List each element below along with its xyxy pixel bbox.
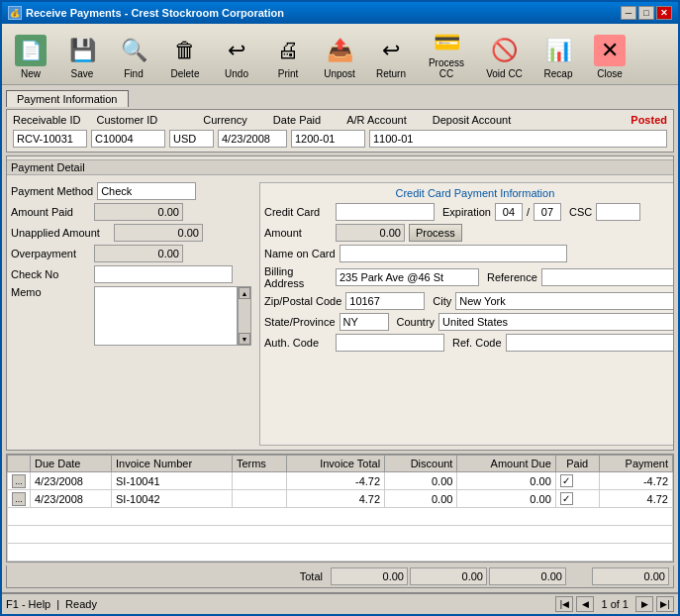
- payment-method-label: Payment Method: [11, 185, 93, 197]
- recap-label: Recap: [544, 68, 573, 79]
- reference-input[interactable]: [541, 268, 673, 286]
- void-cc-button[interactable]: 🚫 Void CC: [477, 27, 532, 82]
- city-label: City: [433, 295, 451, 307]
- row2-due-date: 4/23/2008: [31, 490, 112, 508]
- billing-address-row: Billing Address Reference: [264, 265, 673, 289]
- ar-account-input[interactable]: [291, 130, 365, 148]
- deposit-account-input[interactable]: [369, 130, 667, 148]
- check-no-input[interactable]: [94, 265, 233, 283]
- csc-label: CSC: [569, 206, 592, 218]
- reference-label: Reference: [487, 271, 537, 283]
- ref-code-input[interactable]: [506, 334, 673, 352]
- expiration-separator: /: [527, 206, 530, 218]
- scroll-down-arrow[interactable]: ▼: [239, 333, 250, 345]
- close-button[interactable]: ✕ Close: [585, 27, 634, 82]
- row2-invoice-number: SI-10042: [112, 490, 233, 508]
- row2-discount: 0.00: [385, 490, 457, 508]
- return-button[interactable]: ↩ Return: [366, 27, 416, 82]
- panel-header-row: Receivable ID Customer ID Currency Date …: [13, 114, 667, 126]
- window-close-button[interactable]: ✕: [656, 6, 672, 20]
- overpayment-input[interactable]: [94, 245, 183, 262]
- memo-scrollbar[interactable]: ▲ ▼: [238, 286, 251, 346]
- title-bar-left: 💰 Receive Payments - Crest Stockroom Cor…: [8, 6, 284, 20]
- header-fields: Receivable ID Customer ID Currency Date …: [13, 114, 511, 126]
- zip-input[interactable]: [345, 292, 425, 310]
- separator: |: [56, 598, 59, 610]
- save-button[interactable]: 💾 Save: [57, 27, 107, 82]
- col-terms: Terms: [232, 456, 286, 472]
- date-paid-group: Date Paid: [273, 114, 321, 126]
- currency-input[interactable]: [169, 130, 214, 148]
- expand-btn-1[interactable]: ...: [12, 474, 26, 488]
- deposit-account-label: Deposit Account: [433, 114, 512, 126]
- country-input[interactable]: [438, 313, 673, 331]
- memo-input[interactable]: [94, 286, 238, 346]
- find-icon: 🔍: [118, 35, 149, 66]
- currency-label: Currency: [203, 114, 247, 126]
- find-button[interactable]: 🔍 Find: [109, 27, 158, 82]
- unpost-button[interactable]: 📤 Unpost: [315, 27, 364, 82]
- date-paid-label: Date Paid: [273, 114, 321, 126]
- customer-id-input[interactable]: [91, 130, 165, 148]
- unapplied-input[interactable]: [114, 224, 203, 242]
- auth-code-input[interactable]: [336, 334, 444, 352]
- save-icon: 💾: [66, 35, 98, 66]
- overpayment-row: Overpayment: [11, 245, 253, 262]
- nav-first-button[interactable]: |◀: [555, 596, 573, 612]
- minimize-button[interactable]: ─: [621, 6, 636, 20]
- main-window: 💰 Receive Payments - Crest Stockroom Cor…: [0, 0, 680, 616]
- undo-label: Undo: [225, 68, 248, 79]
- row2-terms: [232, 490, 286, 508]
- col-invoice-total: Invoice Total: [287, 456, 385, 472]
- currency-group: Currency: [203, 114, 247, 126]
- toolbar: 📄 New 💾 Save 🔍 Find 🗑 Delete ↩ Undo 🖨 Pr…: [2, 24, 678, 85]
- row2-payment: 4.72: [599, 490, 672, 508]
- billing-address-input[interactable]: [336, 268, 479, 286]
- payment-method-input[interactable]: [97, 182, 196, 200]
- delete-button[interactable]: 🗑 Delete: [160, 27, 210, 82]
- expiration-month-input[interactable]: [495, 203, 523, 221]
- csc-input[interactable]: [596, 203, 640, 221]
- receivable-id-group: Receivable ID: [13, 114, 80, 126]
- payment-method-row: Payment Method: [11, 182, 253, 200]
- row1-paid-checkbox[interactable]: ✓: [560, 474, 573, 487]
- nav-last-button[interactable]: ▶|: [656, 596, 674, 612]
- cc-number-row: Credit Card Expiration / CSC: [264, 203, 673, 221]
- receivable-id-input[interactable]: [13, 130, 87, 148]
- nav-next-button[interactable]: ▶: [635, 596, 653, 612]
- expiration-year-input[interactable]: [534, 203, 561, 221]
- payment-detail-title: Payment Detail: [7, 159, 673, 175]
- row2-paid-checkbox[interactable]: ✓: [560, 492, 573, 505]
- state-input[interactable]: [340, 313, 389, 331]
- unpost-label: Unpost: [324, 68, 355, 79]
- nav-prev-button[interactable]: ◀: [576, 596, 594, 612]
- name-on-card-input[interactable]: [340, 245, 567, 262]
- auth-code-label: Auth. Code: [264, 337, 332, 349]
- zip-label: Zip/Postal Code: [264, 295, 341, 307]
- billing-address-label: Billing Address: [264, 265, 332, 289]
- new-button[interactable]: 📄 New: [6, 27, 55, 82]
- tab-payment-info[interactable]: Payment Information: [6, 90, 129, 107]
- date-paid-input[interactable]: [218, 130, 287, 148]
- process-button[interactable]: Process: [409, 224, 462, 242]
- row2-expand: ...: [8, 490, 31, 508]
- print-button[interactable]: 🖨 Print: [263, 27, 313, 82]
- invoice-table-container: Due Date Invoice Number Terms Invoice To…: [6, 454, 674, 563]
- check-no-label: Check No: [11, 268, 90, 280]
- status-text: Ready: [65, 598, 97, 610]
- expand-btn-2[interactable]: ...: [12, 492, 26, 506]
- cc-amount-input[interactable]: [336, 224, 405, 242]
- row1-due-date: 4/23/2008: [31, 472, 112, 490]
- scroll-up-arrow[interactable]: ▲: [239, 287, 250, 299]
- posted-badge: Posted: [631, 114, 667, 126]
- amount-paid-input[interactable]: [94, 203, 183, 221]
- process-cc-button[interactable]: 💳 Process CC: [418, 27, 475, 82]
- maximize-button[interactable]: □: [638, 6, 654, 20]
- undo-button[interactable]: ↩ Undo: [212, 27, 261, 82]
- row1-discount: 0.00: [385, 472, 457, 490]
- table-row: ... 4/23/2008 SI-10041 -4.72 0.00 0.00 ✓…: [8, 472, 673, 490]
- cc-input[interactable]: [336, 203, 435, 221]
- city-input[interactable]: [455, 292, 673, 310]
- recap-button[interactable]: 📊 Recap: [534, 27, 583, 82]
- total-discount: [410, 567, 487, 585]
